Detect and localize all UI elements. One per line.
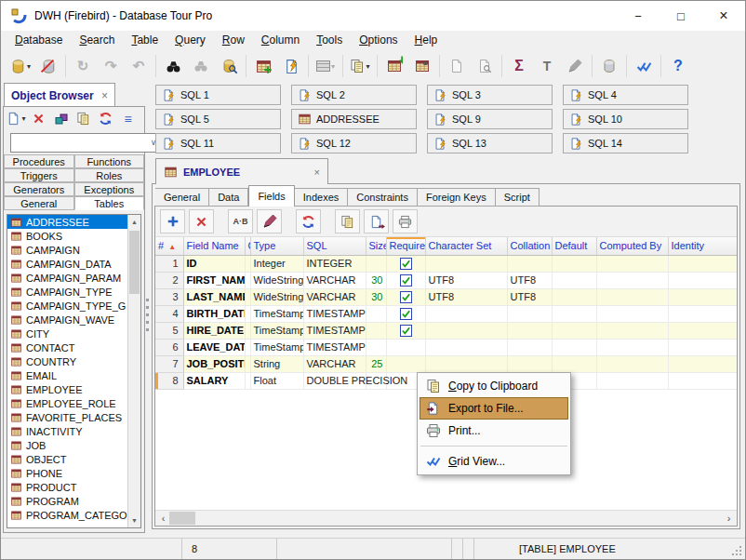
copy-button[interactable]: ▾ bbox=[346, 53, 374, 79]
scrollbar-thumb[interactable] bbox=[129, 231, 140, 294]
search-in-database-button[interactable] bbox=[215, 53, 243, 79]
grid-row[interactable]: 3 LAST_NAME WideString VARCHAR 30 UTF8 U… bbox=[155, 288, 737, 305]
table-list-item[interactable]: CAMPAIGN bbox=[7, 243, 127, 257]
table-list-item[interactable]: CONTACT bbox=[7, 340, 127, 354]
disconnect-database-button[interactable] bbox=[34, 53, 62, 79]
subtab[interactable]: Constraints bbox=[348, 188, 418, 207]
object-filter-input[interactable] bbox=[11, 135, 146, 151]
maximize-button[interactable]: □ bbox=[659, 1, 702, 31]
scroll-up-icon[interactable]: ▲ bbox=[128, 215, 140, 229]
delete-object-button[interactable] bbox=[29, 109, 48, 128]
category-tab[interactable]: Triggers bbox=[4, 168, 74, 182]
object-kinds-button[interactable] bbox=[51, 109, 71, 128]
check-data-button[interactable] bbox=[630, 53, 658, 79]
export-data-button[interactable] bbox=[408, 53, 436, 79]
grid-row[interactable]: 6 LEAVE_DATE TimeStamp TIMESTAMP bbox=[155, 339, 737, 355]
grid-row[interactable]: 2 FIRST_NAME WideString VARCHAR 30 UTF8 … bbox=[155, 272, 737, 288]
find-button[interactable] bbox=[159, 53, 187, 79]
document-tab[interactable]: SQL 2 bbox=[291, 85, 417, 105]
scroll-right-icon[interactable]: › bbox=[721, 511, 737, 526]
employee-page-tab[interactable]: EMPLOYEE × bbox=[155, 158, 328, 184]
copy-fields-button[interactable] bbox=[335, 209, 360, 233]
redo-button[interactable]: ↷ bbox=[97, 53, 125, 79]
category-tab[interactable]: General bbox=[4, 196, 74, 210]
menu-item[interactable]: Row bbox=[214, 31, 253, 49]
menu-item[interactable]: Table bbox=[123, 31, 167, 49]
tables-list-scrollbar[interactable]: ▲ ▼ bbox=[127, 215, 140, 527]
text-mode-button[interactable]: T bbox=[533, 53, 561, 79]
table-list-item[interactable]: PROGRAM_CATEGO bbox=[7, 508, 127, 522]
edit-field-button[interactable] bbox=[257, 209, 282, 233]
table-list-item[interactable]: BOOKS bbox=[7, 229, 127, 243]
grid-horizontal-scrollbar[interactable]: ‹ › bbox=[155, 510, 737, 526]
export-fields-button[interactable] bbox=[364, 209, 389, 233]
table-list-item[interactable]: FAVORITE_PLACES bbox=[7, 410, 127, 424]
scrollbar-thumb[interactable] bbox=[169, 512, 195, 525]
panel-splitter[interactable] bbox=[145, 299, 150, 336]
dropdown-icon[interactable]: ▾ bbox=[27, 62, 31, 71]
add-field-button[interactable] bbox=[160, 209, 185, 233]
rename-field-button[interactable]: A·B bbox=[228, 209, 253, 233]
minimize-button[interactable]: − bbox=[617, 1, 659, 31]
menu-item[interactable]: Tools bbox=[308, 31, 351, 49]
table-list-item[interactable]: CAMPAIGN_WAVE bbox=[7, 313, 127, 327]
object-browser-tab[interactable]: Object Browser × bbox=[4, 83, 115, 107]
subtab[interactable]: Fields bbox=[248, 185, 294, 207]
grid-row[interactable]: 7 JOB_POSITION String VARCHAR 25 bbox=[155, 355, 737, 372]
aggregate-sum-button[interactable]: Σ bbox=[505, 53, 533, 79]
table-list-item[interactable]: CITY bbox=[7, 327, 127, 340]
undo-button[interactable]: ↶ bbox=[125, 53, 153, 79]
edit-record-button[interactable] bbox=[561, 53, 589, 79]
document-tab[interactable]: SQL 12 bbox=[291, 133, 417, 153]
object-browser-close-icon[interactable]: × bbox=[101, 89, 108, 102]
menu-item-print[interactable]: Print... bbox=[420, 420, 568, 442]
table-list-item[interactable]: EMPLOYEE bbox=[7, 382, 127, 396]
table-list-item[interactable]: CAMPAIGN_TYPE_G bbox=[7, 299, 127, 313]
new-object-button[interactable]: ▾ bbox=[7, 109, 26, 128]
table-list-item[interactable]: COUNTRY bbox=[7, 354, 127, 368]
col-size[interactable]: Size bbox=[366, 237, 386, 255]
subtab[interactable]: Script bbox=[496, 188, 540, 207]
grid-row[interactable]: 4 BIRTH_DATE TimeStamp TIMESTAMP bbox=[155, 305, 737, 322]
category-tab[interactable]: Exceptions bbox=[74, 182, 145, 196]
table-list-item[interactable]: ADDRESSEE bbox=[7, 215, 127, 229]
document-tab[interactable]: SQL 13 bbox=[427, 133, 553, 153]
document-tab[interactable]: SQL 10 bbox=[563, 109, 688, 129]
col-character-set[interactable]: Character Set bbox=[425, 237, 507, 255]
subtab[interactable]: Foreign Keys bbox=[418, 188, 496, 207]
execute-sql-button[interactable] bbox=[277, 53, 305, 79]
menu-item[interactable]: Column bbox=[253, 31, 308, 49]
required-checkbox[interactable] bbox=[400, 274, 412, 287]
table-list-item[interactable]: CAMPAIGN_DATA bbox=[7, 257, 127, 271]
col-sql[interactable]: SQL bbox=[303, 237, 366, 255]
menu-item[interactable]: Help bbox=[406, 31, 446, 49]
print-preview-button[interactable] bbox=[471, 53, 499, 79]
document-tab[interactable]: SQL 14 bbox=[563, 133, 688, 153]
document-tab[interactable]: SQL 11 bbox=[155, 133, 281, 153]
subtab[interactable]: Indexes bbox=[295, 188, 349, 207]
document-tab[interactable]: SQL 5 bbox=[155, 109, 281, 129]
copy-object-button[interactable] bbox=[73, 109, 93, 128]
scroll-down-icon[interactable]: ▼ bbox=[128, 513, 140, 527]
col-computed-by[interactable]: Computed By bbox=[596, 237, 668, 255]
category-tab[interactable]: Generators bbox=[4, 182, 74, 196]
new-table-button[interactable] bbox=[249, 53, 277, 79]
menu-item[interactable]: Database bbox=[7, 31, 71, 49]
print-button[interactable] bbox=[443, 53, 471, 79]
close-button[interactable]: × bbox=[702, 1, 745, 31]
required-checkbox[interactable] bbox=[400, 291, 412, 303]
category-tab[interactable]: Procedures bbox=[4, 154, 74, 168]
object-details-button[interactable]: ≡ bbox=[118, 109, 138, 128]
employee-tab-close-icon[interactable]: × bbox=[314, 167, 320, 178]
connect-database-button[interactable]: ▾ bbox=[7, 53, 34, 79]
find-replace-button[interactable] bbox=[187, 53, 215, 79]
menu-item-export-to-file[interactable]: Export to File... bbox=[420, 397, 568, 420]
col-collation[interactable]: Collation bbox=[507, 237, 552, 255]
help-button[interactable]: ? bbox=[664, 53, 692, 79]
document-tab[interactable]: SQL 1 bbox=[155, 85, 281, 105]
table-list-item[interactable]: EMAIL bbox=[7, 368, 127, 382]
table-list-item[interactable]: CAMPAIGN_PARAM bbox=[7, 271, 127, 285]
table-list-item[interactable]: CAMPAIGN_TYPE bbox=[7, 285, 127, 299]
col-type[interactable]: Type bbox=[250, 237, 303, 255]
grid-row[interactable]: 1 ID Integer INTEGER bbox=[155, 255, 737, 272]
